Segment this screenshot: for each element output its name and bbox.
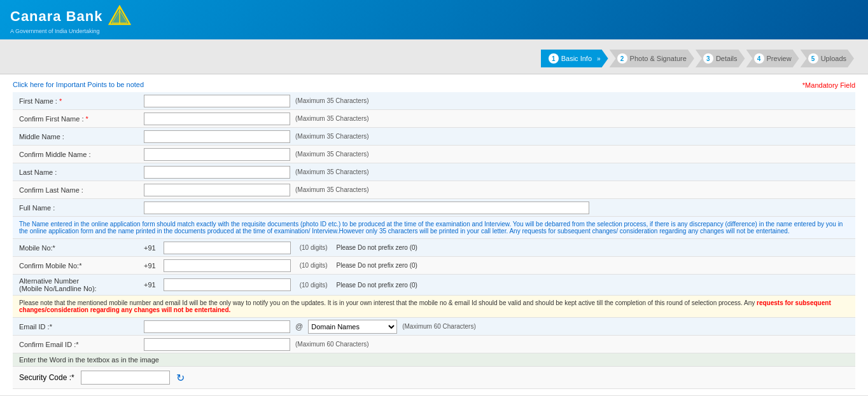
header: Canara Bank A Government of India Undert…	[0, 0, 868, 39]
confirm-first-name-label: Confirm First Name : *	[13, 113, 140, 125]
step-4-label: Preview	[767, 55, 792, 62]
domain-select[interactable]: Domain Names	[308, 320, 397, 334]
middle-name-row: Middle Name : (Maximum 35 Characters)	[13, 128, 855, 146]
step-1-label: Basic Info	[561, 55, 592, 62]
last-name-hint: (Maximum 35 Characters)	[295, 168, 369, 175]
mobile-prefix: +91	[144, 244, 156, 252]
alternative-number-input[interactable]	[164, 278, 291, 291]
mobile-no-prefix-hint: Please Do not prefix zero (0)	[337, 244, 417, 251]
confirm-mobile-input[interactable]	[164, 259, 291, 272]
confirm-email-label: Confirm Email ID :*	[13, 338, 140, 351]
confirm-first-name-input-area: (Maximum 35 Characters)	[140, 111, 855, 126]
mandatory-note: *Mandatory Field	[802, 81, 855, 89]
bank-logo-icon	[108, 5, 131, 28]
confirm-mobile-input-area: +91 (10 digits) Please Do not prefix zer…	[140, 258, 855, 273]
step-5-uploads[interactable]: 5 Uploads	[801, 50, 854, 67]
confirm-first-name-input[interactable]	[144, 113, 290, 125]
steps: 1 Basic Info » 2 Photo & Signature 3 Det…	[541, 50, 855, 67]
confirm-first-name-row: Confirm First Name : * (Maximum 35 Chara…	[13, 110, 855, 128]
main-content: Click here for Important Points to be no…	[0, 74, 868, 395]
step-3-details[interactable]: 3 Details	[696, 50, 745, 67]
security-section-label: Enter the Word in the textbox as in the …	[13, 353, 855, 367]
name-info-text: The Name entered in the online applicati…	[13, 217, 855, 239]
email-input-area: @ Domain Names (Maximum 60 Characters)	[140, 318, 855, 335]
step-3-label: Details	[716, 55, 738, 62]
alternative-number-row: Alternative Number (Mobile No/Landline N…	[13, 275, 855, 296]
full-name-input[interactable]	[144, 201, 589, 214]
first-name-required: *	[59, 97, 62, 105]
step-1-arrows: »	[597, 55, 601, 62]
confirm-email-input[interactable]	[144, 338, 290, 351]
full-name-row: Full Name :	[13, 199, 855, 217]
logo-area: Canara Bank A Government of India Undert…	[10, 5, 131, 34]
email-row: Email ID :* @ Domain Names (Maximum 60 C…	[13, 318, 855, 336]
refresh-icon[interactable]: ↻	[176, 372, 185, 384]
security-code-input[interactable]	[81, 371, 170, 385]
first-name-input-area: (Maximum 35 Characters)	[140, 93, 855, 109]
first-name-row: First Name : * (Maximum 35 Characters)	[13, 92, 855, 110]
mobile-input-area: +91 (10 digits) Please Do not prefix zer…	[140, 240, 855, 256]
alternative-number-input-area: +91 (10 digits) Please Do not prefix zer…	[140, 277, 855, 292]
important-link[interactable]: Click here for Important Points to be no…	[13, 81, 144, 88]
mobile-notice-text: Please note that the mentioned mobile nu…	[13, 296, 855, 318]
email-at-symbol: @	[295, 322, 303, 331]
security-code-label: Security Code :*	[19, 373, 74, 382]
security-code-row: Security Code :* ↻	[13, 367, 855, 389]
confirm-middle-name-row: Confirm Middle Name : (Maximum 35 Charac…	[13, 146, 855, 163]
confirm-middle-name-label: Confirm Middle Name :	[13, 148, 140, 161]
confirm-last-name-input[interactable]	[144, 184, 290, 196]
bank-subtitle: A Government of India Undertaking	[10, 28, 100, 34]
last-name-row: Last Name : (Maximum 35 Characters)	[13, 163, 855, 181]
confirm-mobile-prefix: +91	[144, 262, 156, 270]
mobile-digits-hint: (10 digits)	[300, 244, 328, 251]
confirm-last-name-input-area: (Maximum 35 Characters)	[140, 182, 855, 198]
first-name-hint: (Maximum 35 Characters)	[295, 97, 369, 104]
confirm-middle-name-input[interactable]	[144, 148, 290, 161]
email-label: Email ID :*	[13, 320, 140, 333]
confirm-first-name-hint: (Maximum 35 Characters)	[295, 115, 369, 122]
middle-name-input[interactable]	[144, 130, 290, 143]
step-4-preview[interactable]: 4 Preview	[746, 50, 799, 67]
confirm-mobile-digits-hint: (10 digits)	[300, 262, 328, 269]
step-1-number: 1	[549, 53, 559, 64]
email-input[interactable]	[144, 320, 290, 333]
steps-container: 1 Basic Info » 2 Photo & Signature 3 Det…	[0, 43, 868, 74]
full-name-label: Full Name :	[13, 201, 140, 214]
confirm-last-name-hint: (Maximum 35 Characters)	[295, 186, 369, 193]
confirm-middle-name-input-area: (Maximum 35 Characters)	[140, 147, 855, 162]
confirm-last-name-row: Confirm Last Name : (Maximum 35 Characte…	[13, 181, 855, 199]
middle-name-label: Middle Name :	[13, 130, 140, 143]
first-name-label: First Name : *	[13, 95, 140, 107]
last-name-input[interactable]	[144, 166, 290, 179]
step-2-photo[interactable]: 2 Photo & Signature	[610, 50, 694, 67]
confirm-last-name-label: Confirm Last Name :	[13, 184, 140, 196]
mobile-label: Mobile No:*	[13, 242, 140, 254]
confirm-middle-name-hint: (Maximum 35 Characters)	[295, 151, 369, 158]
confirm-email-row: Confirm Email ID :* (Maximum 60 Characte…	[13, 336, 855, 353]
alt-digits-hint: (10 digits)	[300, 282, 328, 289]
step-1-basic-info[interactable]: 1 Basic Info »	[541, 50, 608, 67]
confirm-email-input-area: (Maximum 60 Characters)	[140, 337, 855, 352]
mobile-input[interactable]	[164, 242, 291, 254]
confirm-mobile-no-prefix-hint: Please Do not prefix zero (0)	[337, 262, 417, 269]
confirm-first-name-required: *	[86, 115, 88, 123]
full-name-input-area	[140, 200, 855, 215]
middle-name-hint: (Maximum 35 Characters)	[295, 133, 369, 140]
mobile-row: Mobile No:* +91 (10 digits) Please Do no…	[13, 239, 855, 257]
middle-name-input-area: (Maximum 35 Characters)	[140, 129, 855, 144]
alt-no-prefix-hint: Please Do not prefix zero (0)	[337, 282, 417, 289]
step-3-number: 3	[703, 53, 713, 64]
step-4-number: 4	[754, 53, 764, 64]
step-2-label: Photo & Signature	[630, 55, 687, 62]
confirm-mobile-row: Confirm Mobile No:* +91 (10 digits) Plea…	[13, 257, 855, 275]
last-name-input-area: (Maximum 35 Characters)	[140, 165, 855, 180]
first-name-input[interactable]	[144, 95, 290, 107]
confirm-email-hint: (Maximum 60 Characters)	[295, 341, 369, 348]
bank-name: Canara Bank	[10, 8, 103, 25]
step-5-label: Uploads	[821, 55, 846, 62]
confirm-mobile-label: Confirm Mobile No:*	[13, 259, 140, 272]
alternative-number-label: Alternative Number (Mobile No/Landline N…	[13, 275, 140, 295]
email-max-hint: (Maximum 60 Characters)	[402, 323, 476, 330]
alt-prefix: +91	[144, 281, 156, 289]
step-5-number: 5	[808, 53, 818, 64]
